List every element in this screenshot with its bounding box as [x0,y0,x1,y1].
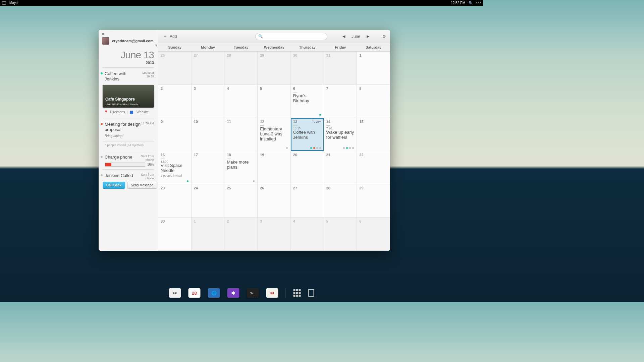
day-number: 4 [227,86,255,90]
day-cell[interactable]: 17 [192,151,225,184]
search-input[interactable] [263,35,324,39]
workspace-switcher-icon[interactable] [293,289,301,297]
day-number: 30 [161,219,189,223]
event-subtext: 2 people invited [161,174,189,177]
day-cell[interactable]: 5 [324,218,357,251]
dock-app-settings[interactable]: ✱ [227,288,239,298]
send-message-button[interactable]: Send Message [127,182,157,189]
day-cell[interactable]: 3 [258,218,291,251]
day-cell[interactable]: 12Elementary Luna 2 was installed [258,118,291,151]
day-number: 2 [161,86,189,90]
day-cell[interactable]: 13Today10:35Coffee with Jenkins [291,118,324,151]
day-cell[interactable]: 20 [291,151,324,184]
day-number: 5 [260,86,288,90]
day-cell[interactable]: 9 [158,118,192,151]
place-address: 1302 NE 42nd Blvd, Seattle [105,103,138,106]
day-cell[interactable]: 22 [357,151,390,184]
day-number: 2 [227,219,255,223]
directions-link[interactable]: Directions [110,110,125,114]
dock-app-terminal[interactable]: >_ [247,288,259,298]
day-cell[interactable]: 1612:00Visit Space Needle2 people invite… [158,151,192,184]
search-icon[interactable]: 🔍 [469,1,473,5]
agenda-item[interactable]: Coffee with Jenkins Leave at10:35 [99,70,158,83]
day-cell[interactable]: 2 [224,218,258,251]
day-cell[interactable]: 28 [324,184,357,218]
day-cell[interactable]: 4 [291,218,324,251]
event-title: Wake up early for waffles! [326,130,355,140]
day-cell[interactable]: 1 [357,52,390,85]
agenda-item[interactable]: Jenkins Called Sent fromphone [99,172,158,180]
day-cell[interactable]: 25 [224,184,258,218]
day-cell[interactable]: 24 [192,184,225,218]
day-number: 19 [260,153,288,157]
dock-app-tools[interactable]: ✂ [169,288,181,298]
day-cell[interactable]: 147:20Wake up early for waffles! [324,118,357,151]
gear-icon[interactable]: ⚙ [382,34,386,39]
day-cell[interactable]: 19 [258,151,291,184]
dock-app-calendar[interactable]: 28 [189,288,201,298]
event-dot-icon [101,174,103,176]
day-cell[interactable]: 5 [258,85,291,118]
website-link[interactable]: Website [137,110,149,114]
dock-app-mail[interactable]: ✉ [266,288,278,298]
account-dropdown-icon[interactable] [155,45,157,47]
weekday-label: Monday [192,43,225,51]
day-cell[interactable]: 6 [357,218,390,251]
agenda-item[interactable]: Meeting for design proposal 11:30 AM [99,120,158,133]
day-cell[interactable]: 26 [158,52,192,85]
day-cell[interactable]: 18Make more plans [224,151,258,184]
day-cell[interactable]: 7 [324,85,357,118]
search-field[interactable]: 🔍 [255,33,327,40]
day-cell[interactable]: 31 [324,52,357,85]
agenda-title: Meeting for design proposal [105,122,142,132]
day-number: 15 [359,120,387,124]
battery-progress: 16% [99,161,158,167]
new-document-icon[interactable] [308,289,314,297]
sidebar: ✕ cryarkteam@gmail.com June 13 2013 Coff… [99,30,158,251]
call-back-button[interactable]: Call Back [103,182,125,189]
day-cell[interactable]: 2 [158,85,192,118]
event-title: Coffee with Jenkins [293,130,321,140]
weekday-label: Thursday [291,43,324,51]
day-number: 12 [260,120,288,124]
day-cell[interactable]: 29 [357,184,390,218]
day-cell[interactable]: 29 [258,52,291,85]
avatar [102,37,109,45]
day-cell[interactable]: 26 [258,184,291,218]
month-label[interactable]: June [350,34,362,39]
day-number: 29 [359,186,387,190]
day-cell[interactable]: 28 [224,52,258,85]
window-list-icon[interactable] [2,1,6,5]
day-cell[interactable]: 15 [357,118,390,151]
prev-month-button[interactable]: ◀ [341,34,347,39]
selected-date-year: 2013 [103,61,154,65]
weekday-label: Friday [324,43,357,51]
day-cell[interactable]: 27 [291,184,324,218]
day-cell[interactable]: 21 [324,151,357,184]
dock-app-browser[interactable]: 🌐 [208,288,220,298]
day-cell[interactable]: 6Ryan's Birthday [291,85,324,118]
place-card[interactable]: Cafe Singapore 1302 NE 42nd Blvd, Seattl… [103,85,154,108]
day-cell[interactable]: 27 [192,52,225,85]
add-event-button[interactable]: ＋ Add [162,33,177,40]
day-number: 10 [194,120,222,124]
day-cell[interactable]: 11 [224,118,258,151]
day-cell[interactable]: 30 [158,218,192,251]
day-cell[interactable]: 4 [224,85,258,118]
day-number: 31 [326,53,355,57]
system-menu-icon[interactable] [476,2,481,3]
next-month-button[interactable]: ▶ [365,34,371,39]
day-cell[interactable]: 30 [291,52,324,85]
day-cell[interactable]: 10 [192,118,225,151]
event-title: Elementary Luna 2 was installed [260,127,288,142]
day-cell[interactable]: 23 [158,184,192,218]
agenda-item[interactable]: Charge phone Sent fromphone [99,153,158,161]
day-cell[interactable]: 1 [192,218,225,251]
day-cell[interactable]: 3 [192,85,225,118]
event-indicator-dots [253,180,255,182]
day-cell[interactable]: 8 [357,85,390,118]
clock[interactable]: 12:52 PM [451,1,465,5]
active-app-name[interactable]: Maya [9,1,17,5]
account-row[interactable]: cryarkteam@gmail.com [99,30,158,47]
day-number: 8 [359,86,387,90]
